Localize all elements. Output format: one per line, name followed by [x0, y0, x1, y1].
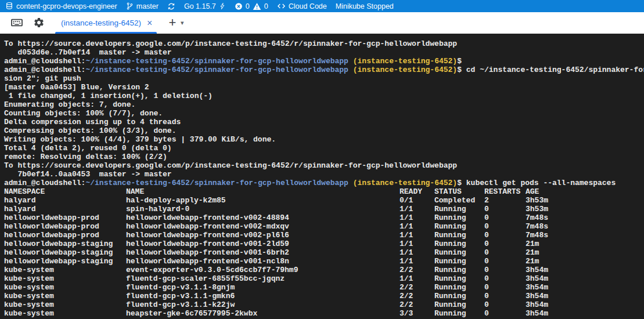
go-version-label: Go 1.15.7	[184, 2, 216, 10]
terminal-output-line: Compressing objects: 100% (3/3), done.	[4, 126, 644, 135]
terminal-prompt-line: admin_@cloudshell:~/instance-testing-645…	[4, 57, 644, 66]
go-version-indicator[interactable]: Go 1.15.7	[184, 2, 226, 10]
terminal[interactable]: To https://source.developers.google.com/…	[0, 34, 644, 319]
git-branch-icon	[126, 2, 134, 10]
terminal-output-line: Delta compression using up to 4 threads	[4, 118, 644, 126]
terminal-output-line: 1 file changed, 1 insertion(+), 1 deleti…	[4, 92, 644, 100]
gear-icon	[33, 17, 45, 31]
terminal-tab-bar: (instance-testing-6452) × + ▾	[0, 12, 644, 34]
branch-label: master	[136, 2, 159, 10]
minikube-status[interactable]: Minikube Stopped	[336, 2, 394, 10]
tab-menu-button[interactable]: ▾	[181, 19, 184, 27]
keyboard-button[interactable]	[10, 17, 24, 31]
pod-row: kube-systemheapster-gke-6c76577995-2kwbx…	[4, 309, 644, 318]
pod-row: halyardspin-halyard-01/1Running03h53m	[4, 205, 644, 213]
pod-row: helloworldwebapp-prodhelloworldwebapp-fr…	[4, 213, 644, 222]
keyboard-icon	[10, 17, 23, 30]
terminal-output-line: sion 2"; git push	[4, 74, 644, 83]
terminal-output-line: To https://source.developers.google.com/…	[4, 39, 644, 48]
settings-button[interactable]	[32, 17, 46, 31]
cloud-code-indicator[interactable]: Cloud Code	[277, 2, 327, 10]
cloud-shell-window: content-gcpro-devops-engineer master Go …	[0, 0, 644, 319]
close-icon[interactable]: ×	[147, 19, 152, 28]
terminal-prompt-line: admin_@cloudshell:~/instance-testing-645…	[4, 66, 644, 74]
plus-icon: +	[169, 15, 177, 30]
status-bar: content-gcpro-devops-engineer master Go …	[0, 0, 644, 12]
chevron-down-icon: ▾	[181, 19, 184, 26]
pod-row: kube-systemfluentd-gcp-scaler-6855f55bcc…	[4, 274, 644, 283]
problems-indicator[interactable]: 0 0	[235, 2, 268, 10]
terminal-output-line: Enumerating objects: 7, done.	[4, 100, 644, 109]
terminal-output-line: Total 4 (delta 2), reused 0 (delta 0)	[4, 144, 644, 153]
pods-table-header: NAMESPACENAMEREADYSTATUSRESTARTSAGE	[4, 187, 644, 196]
pod-row: kube-systemfluentd-gcp-v3.1.1-k22jw2/2Ru…	[4, 300, 644, 309]
pod-row: kube-systemfluentd-gcp-v3.1.1-8gnjm2/2Ru…	[4, 283, 644, 292]
error-count: 0	[246, 2, 250, 10]
terminal-output-line: Writing objects: 100% (4/4), 379 bytes |…	[4, 135, 644, 144]
cloud-code-label: Cloud Code	[289, 2, 327, 10]
terminal-output-line: 7b0ef14..0aa0453 master -> master	[4, 170, 644, 179]
error-icon	[235, 2, 243, 10]
warning-icon	[253, 2, 261, 10]
pod-row: helloworldwebapp-staginghelloworldwebapp…	[4, 257, 644, 266]
terminal-output-line: [master 0aa0453] Blue, Version 2	[4, 83, 644, 92]
pod-row: helloworldwebapp-prodhelloworldwebapp-fr…	[4, 222, 644, 231]
pod-row: halyardhal-deploy-apply-k2m850/1Complete…	[4, 196, 644, 205]
minikube-label: Minikube Stopped	[336, 2, 394, 10]
terminal-tab[interactable]: (instance-testing-6452) ×	[55, 12, 157, 34]
pod-row: kube-systemfluentd-gcp-v3.1.1-gmkn62/2Ru…	[4, 292, 644, 300]
project-label: content-gcpro-devops-engineer	[16, 2, 117, 10]
new-tab-button[interactable]: +	[166, 16, 179, 30]
pod-row: helloworldwebapp-prodhelloworldwebapp-fr…	[4, 231, 644, 240]
code-icon	[277, 2, 286, 10]
terminal-output-line: remote: Resolving deltas: 100% (2/2)	[4, 153, 644, 161]
database-icon	[5, 2, 13, 10]
terminal-tab-label: (instance-testing-6452)	[61, 19, 141, 27]
sync-icon	[167, 2, 175, 10]
terminal-output-line: Counting objects: 100% (7/7), done.	[4, 109, 644, 118]
sync-button[interactable]	[167, 2, 175, 10]
pod-row: helloworldwebapp-staginghelloworldwebapp…	[4, 248, 644, 257]
git-branch-indicator[interactable]: master	[126, 2, 159, 10]
pod-row: helloworldwebapp-staginghelloworldwebapp…	[4, 240, 644, 248]
pod-row: kube-systemevent-exporter-v0.3.0-5cd6ccb…	[4, 266, 644, 274]
warning-count: 0	[264, 2, 268, 10]
terminal-output-line: d053d6e..7b0ef14 master -> master	[4, 48, 644, 57]
terminal-prompt-line: admin_@cloudshell:~/instance-testing-645…	[4, 179, 644, 187]
lightning-icon	[219, 2, 226, 10]
project-indicator[interactable]: content-gcpro-devops-engineer	[5, 2, 117, 10]
terminal-output-line: To https://source.developers.google.com/…	[4, 161, 644, 170]
